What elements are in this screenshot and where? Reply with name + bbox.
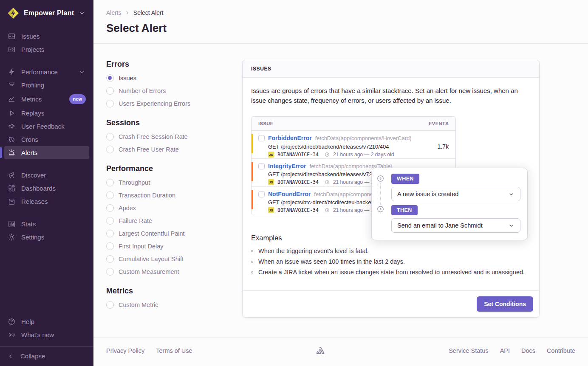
sidebar-item-label: User Feedback: [21, 122, 65, 130]
selector-group-performance: PerformanceThroughputTransaction Duratio…: [106, 164, 226, 276]
radio-option-custom-measurement[interactable]: Custom Measurement: [106, 268, 226, 276]
radio-icon[interactable]: [106, 146, 114, 153]
breadcrumb-alerts-link[interactable]: Alerts: [106, 9, 122, 16]
radio-option-failure-rate[interactable]: Failure Rate: [106, 217, 226, 225]
radio-icon[interactable]: [106, 179, 114, 186]
sidebar-item-label: Profiling: [21, 81, 44, 89]
selector-group-heading: Metrics: [106, 287, 226, 296]
sidebar-item-crons[interactable]: Crons: [4, 133, 89, 146]
selector-group-metrics: MetricsCustom Metric: [106, 287, 226, 309]
issue-checkbox[interactable]: [258, 191, 265, 197]
sidebar-item-label: Releases: [21, 197, 48, 206]
issue-name-link[interactable]: IntegrityError: [268, 163, 306, 169]
radio-option-cumulative-layout-shift[interactable]: Cumulative Layout Shift: [106, 255, 226, 263]
sidebar-item-issues[interactable]: Issues: [4, 30, 89, 43]
radio-option-throughput[interactable]: Throughput: [106, 179, 226, 186]
radio-option-users-experiencing-errors[interactable]: Users Experiencing Errors: [106, 100, 226, 107]
radio-option-custom-metric[interactable]: Custom Metric: [106, 301, 226, 309]
footer-link-contribute[interactable]: Contribute: [547, 347, 575, 354]
org-name: Empower Plant: [24, 9, 74, 17]
radio-option-issues[interactable]: Issues: [106, 74, 226, 82]
sidebar-item-settings[interactable]: Settings: [4, 231, 89, 244]
then-action-select[interactable]: Send an email to Jane Schmidt: [391, 218, 520, 233]
clock-icon: [325, 208, 330, 213]
clock-icon: [325, 152, 330, 157]
sidebar-item-label: Crons: [21, 135, 38, 144]
radio-icon[interactable]: [106, 255, 114, 263]
sidebar-item-label: Issues: [21, 32, 40, 40]
footer-link-service-status[interactable]: Service Status: [449, 347, 489, 354]
dashboards-icon: [8, 184, 16, 192]
chevron-down-icon: [78, 68, 86, 76]
selector-group-heading: Errors: [106, 60, 226, 69]
radio-option-transaction-duration[interactable]: Transaction Duration: [106, 191, 226, 199]
radio-icon[interactable]: [106, 204, 114, 212]
radio-icon[interactable]: [106, 87, 114, 95]
sidebar-item-dashboards[interactable]: Dashboards: [4, 182, 89, 195]
sidebar-item-releases[interactable]: Releases: [4, 195, 89, 208]
radio-icon[interactable]: [106, 242, 114, 250]
radio-icon[interactable]: [106, 268, 114, 276]
radio-option-crash-free-session-rate[interactable]: Crash Free Session Rate: [106, 133, 226, 141]
sidebar-collapse-button[interactable]: Collapse: [0, 346, 93, 366]
chevron-down-icon: [508, 191, 514, 197]
sidebar-item-profiling[interactable]: Profiling: [4, 79, 89, 92]
projects-icon: [8, 45, 16, 53]
radio-option-largest-contentful-paint[interactable]: Largest Contentful Paint: [106, 230, 226, 237]
radio-icon[interactable]: [106, 133, 114, 141]
issue-name-link[interactable]: ForbiddenError: [268, 135, 312, 141]
radio-option-label: Crash Free Session Rate: [119, 133, 188, 140]
radio-icon[interactable]: [106, 230, 114, 237]
sidebar-item-discover[interactable]: Discover: [4, 169, 89, 182]
when-condition-select[interactable]: A new issue is created: [391, 187, 520, 201]
issue-checkbox[interactable]: [258, 163, 265, 169]
page-title: Select Alert: [106, 22, 575, 35]
set-conditions-button[interactable]: Set Conditions: [477, 296, 533, 312]
issue-short-id: BOTANAVOICE-34: [277, 152, 319, 158]
radio-icon[interactable]: [106, 217, 114, 225]
sidebar-item-metrics[interactable]: Metricsnew: [4, 92, 89, 107]
sidebar-item-replays[interactable]: Replays: [4, 107, 89, 120]
sidebar-item-projects[interactable]: Projects: [4, 43, 89, 56]
javascript-platform-icon: JS: [268, 179, 274, 185]
sidebar-item-alerts[interactable]: Alerts: [4, 146, 89, 159]
issues-panel: ISSUES Issues are groups of errors that …: [242, 60, 540, 318]
settings-icon: [8, 233, 16, 241]
sidebar-item-stats[interactable]: Stats: [4, 217, 89, 231]
issue-short-id: BOTANAVOICE-34: [277, 179, 319, 185]
radio-option-apdex[interactable]: Apdex: [106, 204, 226, 212]
sidebar-item-performance[interactable]: Performance: [4, 65, 89, 79]
radio-icon[interactable]: [106, 74, 114, 82]
sidebar-item-what-s-new[interactable]: What's new: [4, 328, 89, 341]
bullet-icon: [251, 250, 253, 252]
sidebar-item-label: Help: [21, 318, 34, 326]
example-item: When an issue was seen 100 times in the …: [251, 258, 531, 265]
org-switcher[interactable]: Empower Plant: [0, 0, 93, 28]
radio-icon[interactable]: [106, 301, 114, 309]
sidebar-item-label: Projects: [21, 45, 44, 53]
radio-icon[interactable]: [106, 100, 114, 107]
sidebar-item-user-feedback[interactable]: User Feedback: [4, 120, 89, 133]
footer-link-docs[interactable]: Docs: [521, 347, 535, 354]
sidebar-item-label: Discover: [21, 171, 46, 179]
issue-level-bar: [252, 162, 253, 181]
panel-description: Issues are groups of errors that have a …: [251, 86, 531, 105]
sidebar-item-help[interactable]: Help: [4, 315, 89, 328]
issue-transaction: GET /projects/direct/backend/releases/v7…: [268, 171, 378, 177]
issue-name-link[interactable]: NotFoundError: [268, 191, 311, 197]
radio-option-crash-free-user-rate[interactable]: Crash Free User Rate: [106, 146, 226, 153]
radio-option-number-of-errors[interactable]: Number of Errors: [106, 87, 226, 95]
content-area: ErrorsIssuesNumber of ErrorsUsers Experi…: [93, 44, 588, 338]
footer-right-links: Service StatusAPIDocsContribute: [449, 347, 575, 354]
footer-link-privacy-policy[interactable]: Privacy Policy: [106, 347, 144, 354]
footer-link-terms-of-use[interactable]: Terms of Use: [156, 347, 192, 354]
issue-level-bar: [252, 190, 253, 209]
issue-checkbox[interactable]: [258, 135, 265, 141]
alert-type-selector: ErrorsIssuesNumber of ErrorsUsers Experi…: [106, 60, 226, 320]
radio-option-first-input-delay[interactable]: First Input Delay: [106, 242, 226, 250]
radio-icon[interactable]: [106, 191, 114, 199]
radio-option-label: Largest Contentful Paint: [119, 230, 185, 237]
example-text: Create a JIRA ticket when an issue chang…: [258, 269, 525, 276]
sidebar-item-label: Settings: [21, 233, 44, 241]
footer-link-api[interactable]: API: [500, 347, 510, 354]
